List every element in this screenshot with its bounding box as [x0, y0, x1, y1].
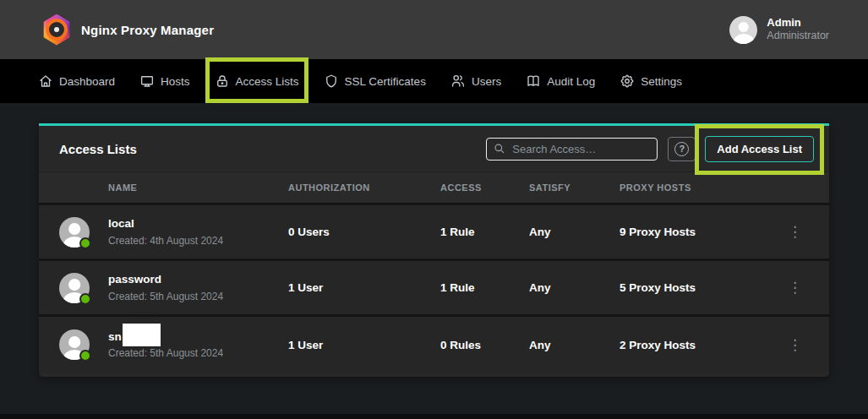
table-header-row: Name Authorization Access Satisfy Proxy …	[39, 172, 829, 205]
user-role: Administrator	[767, 30, 829, 43]
redaction-box	[123, 324, 161, 346]
row-avatar	[59, 273, 90, 303]
table-row[interactable]: password Created: 5th August 2024 1 User…	[39, 261, 829, 317]
users-icon	[450, 73, 466, 89]
row-menu-kebab-icon[interactable]: ⋮	[781, 221, 809, 242]
table-row[interactable]: sn Created: 5th August 2024 1 User 0 Rul…	[39, 317, 829, 373]
search-icon	[494, 143, 505, 155]
table-row[interactable]: local Created: 4th August 2024 0 Users 1…	[39, 205, 829, 261]
row-menu-kebab-icon[interactable]: ⋮	[781, 335, 809, 356]
nav-item-access-lists[interactable]: Access Lists	[215, 59, 299, 103]
shield-icon	[324, 73, 339, 89]
access-list-name: password	[108, 271, 223, 288]
column-access: Access	[440, 182, 529, 193]
add-access-list-wrap: Add Access List	[705, 136, 814, 162]
satisfy-value: Any	[529, 281, 620, 294]
search-input[interactable]	[512, 143, 650, 155]
main-navigation: Dashboard Hosts Access Lists SSL Certifi…	[0, 59, 868, 103]
help-button[interactable]: ?	[668, 137, 696, 161]
row-menu-kebab-icon[interactable]: ⋮	[781, 277, 809, 298]
proxy-hosts-value: 9 Proxy Hosts	[620, 226, 761, 238]
authorization-value: 1 User	[288, 281, 440, 294]
app-logo-icon	[42, 14, 71, 46]
satisfy-value: Any	[529, 226, 620, 238]
access-list-created: Created: 5th August 2024	[108, 289, 223, 304]
nav-item-settings[interactable]: Settings	[620, 59, 682, 103]
bottom-strip	[0, 414, 868, 419]
nav-item-dashboard[interactable]: Dashboard	[38, 59, 115, 103]
user-name: Admin	[767, 16, 829, 30]
status-online-dot	[79, 350, 91, 362]
panel-title: Access Lists	[59, 142, 137, 156]
nav-item-ssl-certificates[interactable]: SSL Certificates	[324, 59, 426, 103]
home-icon	[38, 73, 53, 89]
question-circle-icon: ?	[674, 142, 689, 156]
row-avatar	[59, 329, 90, 360]
column-satisfy: Satisfy	[529, 182, 620, 193]
access-value: 1 Rule	[440, 281, 529, 294]
column-proxy-hosts: Proxy Hosts	[620, 182, 761, 193]
nav-item-audit-log[interactable]: Audit Log	[526, 59, 595, 103]
access-value: 0 Rules	[440, 339, 529, 351]
search-box	[486, 138, 658, 161]
authorization-value: 1 User	[288, 339, 440, 351]
lock-icon	[215, 73, 230, 89]
proxy-hosts-value: 5 Proxy Hosts	[620, 281, 761, 294]
row-avatar	[59, 217, 90, 248]
app-title: Nginx Proxy Manager	[81, 23, 214, 37]
add-access-list-button[interactable]: Add Access List	[705, 136, 814, 162]
column-name: Name	[59, 182, 137, 193]
monitor-icon	[139, 73, 155, 89]
book-icon	[526, 73, 541, 89]
authorization-value: 0 Users	[288, 226, 440, 238]
access-list-created: Created: 4th August 2024	[108, 233, 223, 248]
satisfy-value: Any	[529, 339, 620, 351]
status-online-dot	[79, 237, 91, 249]
nav-item-hosts[interactable]: Hosts	[139, 59, 190, 103]
user-menu[interactable]: Admin Administrator	[729, 16, 829, 44]
status-online-dot	[79, 293, 91, 305]
nginx-proxy-manager-app: Nginx Proxy Manager Admin Administrator …	[0, 0, 868, 419]
top-header-bar: Nginx Proxy Manager Admin Administrator	[0, 0, 868, 59]
access-list-name: local	[108, 215, 223, 232]
column-authorization: Authorization	[288, 182, 440, 193]
nav-item-users[interactable]: Users	[450, 59, 501, 103]
access-lists-panel: Access Lists ? Add Access List Name Auth…	[39, 123, 829, 377]
access-value: 1 Rule	[440, 226, 529, 238]
access-list-created: Created: 5th August 2024	[108, 346, 223, 361]
proxy-hosts-value: 2 Proxy Hosts	[620, 339, 761, 351]
user-avatar	[729, 16, 757, 44]
gear-icon	[620, 73, 635, 89]
panel-header: Access Lists ? Add Access List	[39, 126, 829, 172]
